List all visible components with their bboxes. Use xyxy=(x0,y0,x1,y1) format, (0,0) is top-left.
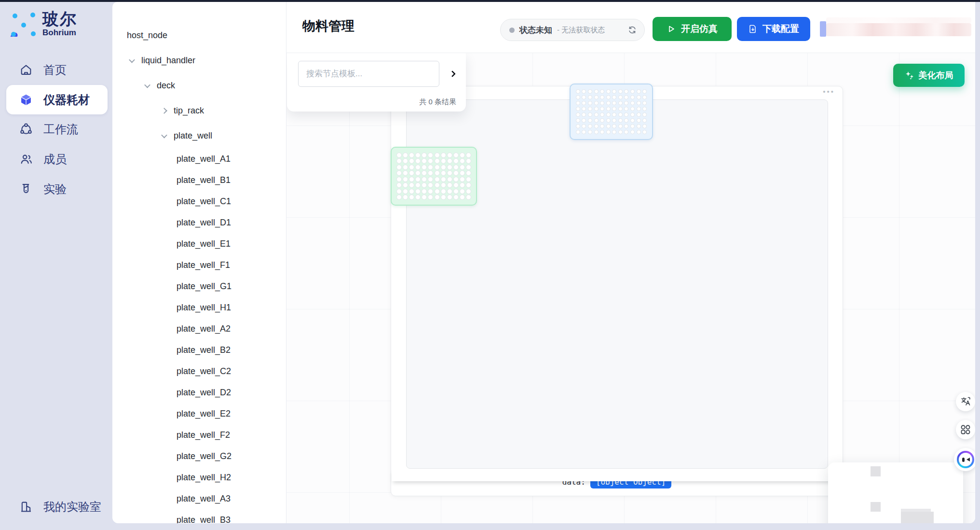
tree-item-plate_well_E1[interactable]: plate_well_E1 xyxy=(112,233,286,254)
well xyxy=(606,124,611,128)
well xyxy=(588,130,592,134)
tree-item-plate_well_F1[interactable]: plate_well_F1 xyxy=(112,254,286,276)
well xyxy=(618,101,623,105)
well xyxy=(588,118,592,123)
tree-item-plate_well_E2[interactable]: plate_well_E2 xyxy=(112,403,286,424)
well xyxy=(637,118,641,123)
status-detail: - 无法获取状态 xyxy=(557,26,605,35)
tree-item-plate_well_D2[interactable]: plate_well_D2 xyxy=(112,382,286,403)
well xyxy=(600,89,604,94)
tree-item-plate_well_G1[interactable]: plate_well_G1 xyxy=(112,276,286,297)
file-download-icon xyxy=(748,24,758,34)
plate-96well-blue[interactable] xyxy=(570,84,653,140)
apps-grid-icon xyxy=(960,424,971,435)
well xyxy=(600,124,604,128)
well xyxy=(642,89,647,94)
well xyxy=(422,195,427,200)
well xyxy=(403,165,408,170)
chevron-down-icon[interactable] xyxy=(162,134,174,138)
tree-item-plate_well[interactable]: plate_well xyxy=(112,123,286,148)
well xyxy=(441,153,446,158)
brand[interactable]: 玻尔 Bohrium xyxy=(11,11,77,37)
well xyxy=(460,158,465,164)
canvas-minimap[interactable] xyxy=(828,462,963,523)
tree-item-plate_well_A2[interactable]: plate_well_A2 xyxy=(112,318,286,339)
well xyxy=(594,107,599,111)
tree-item-plate_well_A1[interactable]: plate_well_A1 xyxy=(112,148,286,169)
sidebar-item-experiment[interactable]: 实验 xyxy=(0,174,112,204)
tree-item-plate_well_H2[interactable]: plate_well_H2 xyxy=(112,467,286,488)
tree-item-liquid_handler[interactable]: liquid_handler xyxy=(112,48,286,73)
sidebar-item-members[interactable]: 成员 xyxy=(0,144,112,174)
tree-item-host_node[interactable]: host_node xyxy=(112,23,286,48)
download-config-button[interactable]: 下载配置 xyxy=(737,17,810,41)
chevron-down-icon[interactable] xyxy=(130,58,141,63)
beautify-layout-button[interactable]: 美化布局 xyxy=(893,64,965,87)
tree-item-plate_well_C1[interactable]: plate_well_C1 xyxy=(112,191,286,212)
sidebar-item-my-lab[interactable]: 我的实验室 xyxy=(19,499,101,515)
well xyxy=(435,165,440,170)
ai-assistant-button[interactable] xyxy=(954,448,975,471)
well xyxy=(594,89,599,94)
well xyxy=(642,124,647,128)
bohrium-logo-icon xyxy=(11,11,37,37)
brand-subtitle: Bohrium xyxy=(42,28,77,37)
well xyxy=(594,101,599,105)
well xyxy=(422,182,427,188)
start-simulation-button[interactable]: 开启仿真 xyxy=(653,17,732,41)
well xyxy=(422,189,427,194)
tree-item-plate_well_H1[interactable]: plate_well_H1 xyxy=(112,297,286,318)
tree-item-plate_well_A3[interactable]: plate_well_A3 xyxy=(112,488,286,509)
tree-item-label: host_node xyxy=(127,30,167,41)
ellipsis-icon[interactable]: ••• xyxy=(823,87,835,96)
well xyxy=(422,158,427,164)
well xyxy=(453,195,459,200)
chevron-right-icon[interactable] xyxy=(446,68,459,80)
well xyxy=(630,107,635,111)
sidebar-item-workflow[interactable]: 工作流 xyxy=(0,114,112,144)
tree-item-plate_well_G2[interactable]: plate_well_G2 xyxy=(112,446,286,467)
tree-item-tip_rack[interactable]: tip_rack xyxy=(112,98,286,123)
well xyxy=(624,95,628,99)
well xyxy=(642,112,647,117)
page-header: 物料管理 状态未知 - 无法获取状态 xyxy=(286,2,975,53)
flow-canvas[interactable]: 共 0 条结果 美化布局 liquid_handler ••• xyxy=(286,53,975,523)
well xyxy=(453,153,459,158)
well xyxy=(415,153,421,158)
chevron-right-icon[interactable] xyxy=(162,109,174,113)
liquid-handler-node[interactable]: liquid_handler ••• data: [object Object] xyxy=(391,86,843,496)
well xyxy=(441,177,446,182)
sidebar-item-label: 工作流 xyxy=(43,122,78,137)
well xyxy=(624,112,628,117)
well xyxy=(460,177,465,182)
well xyxy=(422,177,427,182)
chevron-down-icon[interactable] xyxy=(145,84,157,88)
sidebar-item-home[interactable]: 首页 xyxy=(0,55,112,85)
well xyxy=(582,95,586,99)
tree-item-plate_well_D1[interactable]: plate_well_D1 xyxy=(112,212,286,233)
well xyxy=(582,107,586,111)
sidebar-item-instruments[interactable]: 仪器耗材 xyxy=(6,85,108,114)
apps-grid-button[interactable] xyxy=(956,420,975,439)
well xyxy=(637,130,641,134)
tree-item-plate_well_B3[interactable]: plate_well_B3 xyxy=(112,509,286,523)
well xyxy=(588,89,592,94)
refresh-icon[interactable] xyxy=(628,26,637,34)
well xyxy=(453,189,459,194)
tree-item-plate_well_C2[interactable]: plate_well_C2 xyxy=(112,361,286,382)
tree-item-plate_well_B1[interactable]: plate_well_B1 xyxy=(112,169,286,191)
well xyxy=(624,107,628,111)
well xyxy=(415,165,421,170)
well xyxy=(422,165,427,170)
tree-item-label: plate_well_A1 xyxy=(177,154,231,164)
experiment-icon xyxy=(19,182,33,196)
tree-item-plate_well_F2[interactable]: plate_well_F2 xyxy=(112,424,286,446)
tree-item-deck[interactable]: deck xyxy=(112,73,286,98)
plate-96well-green[interactable] xyxy=(391,147,477,206)
tree-item-plate_well_B2[interactable]: plate_well_B2 xyxy=(112,339,286,361)
search-input[interactable] xyxy=(298,61,439,87)
well xyxy=(612,95,616,99)
sidebar-item-label: 首页 xyxy=(43,62,67,78)
well xyxy=(403,189,408,194)
translate-button[interactable] xyxy=(956,392,975,411)
